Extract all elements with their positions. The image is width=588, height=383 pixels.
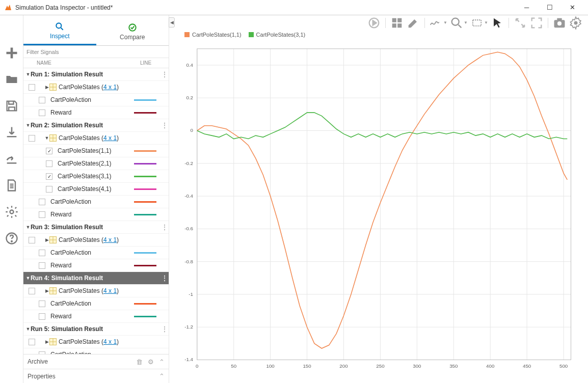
signal-checkbox[interactable]: ✓	[46, 173, 52, 180]
svg-rect-23	[392, 23, 396, 28]
svg-text:300: 300	[413, 363, 421, 369]
tab-inspect[interactable]: Inspect	[23, 15, 96, 45]
signal-checkbox[interactable]	[29, 237, 35, 243]
run-header[interactable]: ▼ Run 5: Simulation Result ⋮	[23, 323, 169, 336]
signal-group[interactable]: ▶ CartPoleStates (4 x 1) ⋮	[23, 336, 169, 348]
signal-tree[interactable]: ▼ Run 1: Simulation Result ⋮ ▶ CartPoleS…	[23, 68, 169, 354]
add-icon[interactable]	[5, 46, 19, 60]
settings-icon[interactable]	[5, 205, 19, 219]
signal-row[interactable]: ✓ CartPoleStates(1,1) ⋮	[23, 145, 169, 157]
minimize-button[interactable]: ─	[515, 0, 538, 15]
signal-dims-link[interactable]: 4 x 1	[103, 287, 117, 294]
expand-icon[interactable]	[513, 17, 527, 29]
more-icon[interactable]: ⋮	[161, 277, 169, 280]
signal-row[interactable]: Reward ⋮	[23, 106, 169, 119]
clear-icon[interactable]	[406, 17, 420, 29]
caret-down-icon[interactable]: ▼	[25, 72, 31, 77]
more-icon[interactable]: ⋮	[161, 124, 169, 127]
caret-right-icon[interactable]: ▶	[44, 237, 49, 242]
fit-icon[interactable]: ▼	[470, 17, 488, 29]
signal-checkbox[interactable]	[29, 288, 35, 294]
signal-group[interactable]: ▶ CartPoleStates (4 x 1) ⋮	[23, 81, 169, 94]
signal-checkbox[interactable]	[39, 199, 45, 205]
signal-row[interactable]: CartPoleAction ⋮	[23, 196, 169, 208]
run-header[interactable]: ▼ Run 4: Simulation Result ⋮	[23, 272, 169, 285]
save-icon[interactable]	[5, 99, 19, 113]
more-icon[interactable]: ⋮	[161, 73, 169, 76]
import-icon[interactable]	[5, 125, 19, 140]
signal-checkbox[interactable]	[39, 211, 45, 218]
signal-row[interactable]: Reward ⋮	[23, 208, 169, 221]
signal-checkbox[interactable]	[39, 351, 45, 354]
tab-compare[interactable]: Compare	[96, 15, 169, 45]
signal-checkbox[interactable]	[39, 250, 45, 256]
more-icon[interactable]: ⋮	[161, 226, 169, 229]
properties-panel-header[interactable]: Properties ⌃	[23, 369, 169, 383]
export-icon[interactable]	[5, 152, 19, 166]
signal-checkbox[interactable]	[39, 300, 45, 307]
zoom-icon[interactable]: ▼	[449, 17, 468, 29]
signal-checkbox[interactable]	[39, 110, 45, 116]
layout-grid-icon[interactable]	[390, 17, 404, 29]
more-icon[interactable]: ⋮	[161, 327, 169, 331]
signal-dims-link[interactable]: 4 x 1	[103, 84, 117, 91]
signal-row[interactable]: CartPoleStates(2,1) ⋮	[23, 157, 169, 170]
signal-row[interactable]: CartPoleAction ⋮	[23, 297, 169, 310]
collapse-sidepanel-icon[interactable]: ◀	[169, 17, 175, 28]
caret-down-icon[interactable]: ▼	[44, 135, 49, 141]
trash-icon[interactable]: 🗑	[136, 358, 143, 366]
signal-checkbox[interactable]	[29, 84, 35, 91]
signal-group[interactable]: ▶ CartPoleStates (4 x 1) ⋮	[23, 285, 169, 297]
legend-item[interactable]: CartPoleStates(3,1)	[249, 32, 306, 38]
run-header[interactable]: ▼ Run 3: Simulation Result ⋮	[23, 221, 169, 234]
report-icon[interactable]	[5, 178, 19, 193]
caret-right-icon[interactable]: ▶	[44, 288, 49, 293]
line-chart[interactable]: 0501001502002503003504004505000.40.20-0.…	[172, 43, 581, 376]
signal-row[interactable]: Reward ⋮	[23, 259, 169, 272]
line-swatch	[134, 303, 156, 305]
signal-checkbox[interactable]	[39, 97, 45, 103]
signal-row[interactable]: CartPoleAction ⋮	[23, 247, 169, 259]
signal-checkbox[interactable]	[39, 313, 45, 320]
archive-panel-header[interactable]: Archive 🗑 ⚙ ⌃	[23, 354, 169, 369]
archive-settings-icon[interactable]: ⚙	[148, 358, 154, 366]
caret-down-icon[interactable]: ▼	[25, 276, 31, 281]
maximize-button[interactable]: ☐	[538, 0, 561, 15]
close-button[interactable]: ✕	[561, 0, 584, 15]
stream-icon[interactable]	[367, 17, 381, 29]
signal-dims-link[interactable]: 4 x 1	[103, 338, 117, 345]
signal-checkbox[interactable]	[46, 186, 52, 193]
filter-signals-input[interactable]: Filter Signals	[23, 46, 169, 58]
caret-right-icon[interactable]: ▶	[44, 85, 49, 90]
caret-down-icon[interactable]: ▼	[25, 225, 31, 230]
signal-group[interactable]: ▼ CartPoleStates (4 x 1) ⋮	[23, 132, 169, 145]
pointer-icon[interactable]	[490, 17, 504, 29]
caret-down-icon[interactable]: ▼	[25, 326, 31, 332]
signal-checkbox[interactable]	[29, 339, 35, 345]
folder-icon[interactable]	[5, 72, 19, 87]
run-header[interactable]: ▼ Run 2: Simulation Result ⋮	[23, 119, 169, 132]
legend-item[interactable]: CartPoleStates(1,1)	[184, 32, 242, 38]
signal-row[interactable]: CartPoleAction ⋮	[23, 348, 169, 354]
signal-checkbox[interactable]	[39, 262, 45, 269]
properties-collapse-icon[interactable]: ⌃	[159, 372, 165, 380]
fullscreen-icon[interactable]	[529, 17, 544, 29]
visualization-type-icon[interactable]: ▼	[429, 17, 447, 29]
signal-row[interactable]: Reward ⋮	[23, 310, 169, 323]
preferences-icon[interactable]	[569, 17, 583, 29]
run-header[interactable]: ▼ Run 1: Simulation Result ⋮	[23, 68, 169, 81]
help-icon[interactable]	[5, 231, 19, 245]
signal-row[interactable]: CartPoleStates(4,1) ⋮	[23, 183, 169, 196]
signal-checkbox[interactable]	[46, 160, 52, 167]
signal-dims-link[interactable]: 4 x 1	[103, 236, 117, 243]
snapshot-icon[interactable]	[552, 17, 567, 29]
caret-right-icon[interactable]: ▶	[44, 339, 49, 344]
archive-collapse-icon[interactable]: ⌃	[159, 358, 165, 366]
signal-row[interactable]: CartPoleAction ⋮	[23, 94, 169, 106]
signal-group[interactable]: ▶ CartPoleStates (4 x 1) ⋮	[23, 234, 169, 247]
signal-checkbox[interactable]	[29, 135, 35, 142]
signal-dims-link[interactable]: 4 x 1	[103, 134, 117, 142]
signal-checkbox[interactable]: ✓	[46, 148, 52, 154]
caret-down-icon[interactable]: ▼	[25, 123, 31, 128]
signal-row[interactable]: ✓ CartPoleStates(3,1) ⋮	[23, 170, 169, 183]
